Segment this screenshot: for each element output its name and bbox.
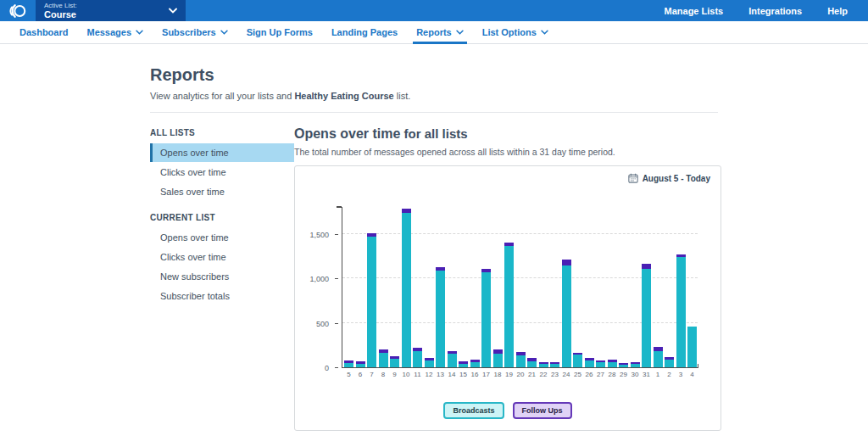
chevron-down-icon: [456, 30, 464, 35]
active-list-label: Active List:: [44, 2, 77, 9]
chevron-down-icon: [136, 30, 143, 35]
x-axis-label: 16: [471, 371, 479, 378]
nav-label: List Options: [482, 27, 537, 37]
active-list-value: Course: [44, 9, 77, 20]
bar-day-14[interactable]: 14: [448, 207, 457, 367]
bar-day-21[interactable]: 21: [527, 207, 537, 367]
bar-day-28[interactable]: 28: [608, 207, 617, 367]
bar-day-12[interactable]: 12: [425, 207, 434, 367]
bar-day-18[interactable]: 18: [493, 207, 503, 367]
chart-legend: Broadcasts Follow Ups: [295, 402, 721, 419]
sidebar-item-all-clicks-over-time[interactable]: Clicks over time: [150, 163, 294, 182]
bar-day-17[interactable]: 17: [481, 207, 491, 367]
bar-day-9[interactable]: 9: [390, 207, 399, 367]
bar-day-3[interactable]: 3: [676, 207, 686, 367]
sidebar-item-new-subscribers[interactable]: New subscribers: [150, 267, 294, 286]
chevron-down-icon: [169, 8, 177, 14]
bar-day-16[interactable]: 16: [470, 207, 480, 367]
nav-item-messages[interactable]: Messages: [77, 21, 153, 43]
bar-day-5[interactable]: 5: [344, 207, 353, 367]
broadcasts-segment: [504, 246, 514, 367]
aweber-logo-icon: [8, 2, 27, 20]
report-description: The total number of messages opened acro…: [294, 147, 721, 157]
nav-item-reports[interactable]: Reports: [407, 21, 473, 43]
legend-broadcasts-button[interactable]: Broadcasts: [443, 402, 504, 419]
broadcasts-segment: [596, 362, 605, 367]
bar-day-15[interactable]: 15: [459, 207, 468, 367]
y-tick-mark: [335, 234, 338, 235]
nav-label: Sign Up Forms: [247, 27, 313, 37]
integrations-link[interactable]: Integrations: [748, 6, 802, 16]
report-title-bold: Opens over time: [294, 126, 400, 141]
topbar-links: Manage Lists Integrations Help: [665, 0, 868, 21]
bar-day-27[interactable]: 27: [596, 207, 605, 367]
page-title: Reports: [150, 65, 868, 85]
bar-day-22[interactable]: 22: [539, 207, 548, 367]
bar-day-26[interactable]: 26: [585, 207, 594, 367]
bar-day-6[interactable]: 6: [356, 207, 365, 367]
x-axis-label: 20: [517, 371, 525, 378]
bar-day-1[interactable]: 1: [654, 207, 663, 367]
sidebar-item-subscriber-totals[interactable]: Subscriber totals: [150, 287, 294, 305]
bar-day-13[interactable]: 13: [436, 207, 445, 367]
sidebar-item-all-sales-over-time[interactable]: Sales over time: [150, 182, 294, 201]
bar-day-23[interactable]: 23: [550, 207, 559, 367]
nav-label: Reports: [416, 27, 452, 37]
broadcasts-segment: [665, 360, 674, 367]
broadcasts-segment: [562, 265, 571, 367]
bar-day-2[interactable]: 2: [665, 207, 674, 367]
calendar-icon: [628, 173, 638, 183]
bar-day-20[interactable]: 20: [516, 207, 526, 367]
bar-day-11[interactable]: 11: [413, 207, 422, 367]
bar-chart-plot: 5678910111213141516171819202122232425262…: [342, 207, 698, 368]
broadcasts-segment: [550, 364, 559, 367]
sidebar-item-all-opens-over-time[interactable]: Opens over time: [150, 143, 294, 162]
report-title: Opens over time for all lists: [294, 126, 721, 142]
nav-item-list-options[interactable]: List Options: [473, 21, 558, 43]
manage-lists-link[interactable]: Manage Lists: [665, 6, 724, 16]
y-tick-label: 1,000: [309, 275, 329, 283]
sidebar-item-current-opens-over-time[interactable]: Opens over time: [150, 228, 294, 247]
sidebar-item-current-clicks-over-time[interactable]: Clicks over time: [150, 248, 294, 266]
bar-day-31[interactable]: 31: [642, 207, 651, 367]
bar-day-30[interactable]: 30: [631, 207, 640, 367]
subtitle-text: list.: [394, 91, 411, 101]
nav-item-subscribers[interactable]: Subscribers: [153, 21, 237, 43]
broadcasts-segment: [344, 363, 353, 367]
legend-follow-ups-button[interactable]: Follow Ups: [513, 402, 572, 419]
chevron-down-icon: [541, 30, 548, 35]
broadcasts-segment: [585, 360, 594, 367]
x-axis-label: 30: [632, 371, 639, 378]
help-link[interactable]: Help: [827, 6, 848, 16]
bar-day-19[interactable]: 19: [504, 207, 514, 367]
broadcasts-segment: [367, 237, 376, 367]
bar-day-10[interactable]: 10: [402, 207, 411, 367]
bar-day-8[interactable]: 8: [379, 207, 388, 367]
date-range-selector[interactable]: August 5 - Today: [628, 173, 710, 183]
x-axis-label: 27: [597, 371, 604, 378]
x-axis-label: 13: [437, 371, 444, 378]
nav-item-landing-pages[interactable]: Landing Pages: [322, 21, 407, 43]
nav-label: Messages: [86, 27, 131, 37]
page-subtitle: View analytics for all your lists and He…: [150, 91, 868, 101]
broadcasts-segment: [642, 269, 651, 367]
bar-day-24[interactable]: 24: [562, 207, 571, 367]
x-axis-label: 14: [448, 371, 456, 378]
broadcasts-segment: [676, 257, 686, 367]
bar-day-29[interactable]: 29: [619, 207, 628, 367]
bar-day-4[interactable]: 4: [687, 207, 697, 367]
main-nav: Dashboard Messages Subscribers Sign Up F…: [0, 21, 868, 44]
nav-item-sign-up-forms[interactable]: Sign Up Forms: [237, 21, 322, 43]
x-axis-label: 24: [563, 371, 570, 378]
bar-day-25[interactable]: 25: [573, 207, 582, 367]
aweber-logo[interactable]: [0, 0, 36, 21]
x-axis-label: 15: [459, 371, 467, 378]
active-list-dropdown[interactable]: Active List: Course: [36, 0, 186, 21]
nav-item-dashboard[interactable]: Dashboard: [10, 21, 77, 43]
bar-day-7[interactable]: 7: [367, 207, 376, 367]
broadcasts-segment: [481, 272, 491, 367]
x-axis-label: 5: [347, 371, 350, 378]
x-axis-label: 6: [359, 371, 362, 378]
broadcasts-segment: [379, 353, 388, 367]
reports-sidebar: ALL LISTS Opens over time Clicks over ti…: [150, 126, 294, 431]
